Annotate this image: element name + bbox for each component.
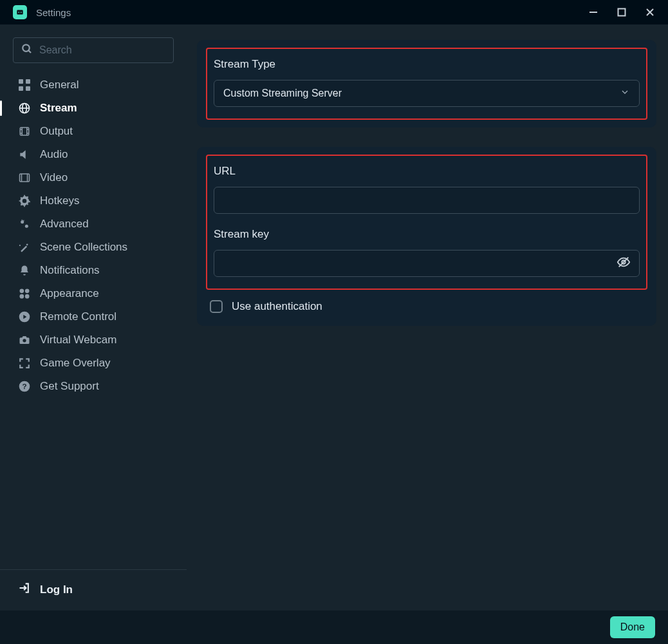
close-button[interactable]: [644, 6, 656, 19]
sidebar-item-advanced[interactable]: Advanced: [0, 213, 187, 236]
grid-icon: [18, 79, 31, 91]
gears-icon: [18, 218, 31, 231]
sidebar-item-label: Game Overlay: [40, 357, 111, 370]
stream-type-panel: Stream Type Custom Streaming Server: [197, 40, 656, 128]
sidebar-item-label: Video: [40, 171, 68, 184]
svg-rect-0: [17, 10, 23, 15]
titlebar: Settings: [0, 0, 668, 24]
sidebar-item-notifications[interactable]: Notifications: [0, 259, 187, 282]
video-icon: [18, 171, 31, 184]
sidebar-item-hotkeys[interactable]: Hotkeys: [0, 189, 187, 213]
sidebar-item-appearance[interactable]: Appearance: [0, 282, 187, 305]
svg-point-1: [18, 12, 19, 13]
sidebar-item-label: Scene Collections: [40, 241, 127, 254]
use-auth-checkbox[interactable]: [210, 300, 223, 313]
help-icon: ?: [18, 380, 31, 393]
use-auth-label: Use authentication: [232, 300, 322, 313]
sidebar-item-label: Remote Control: [40, 310, 116, 323]
film-icon: [18, 125, 31, 138]
search-icon: [21, 43, 33, 57]
maximize-button[interactable]: [615, 6, 628, 19]
sidebar-item-label: Output: [40, 125, 73, 138]
svg-point-2: [21, 12, 22, 13]
svg-rect-16: [20, 128, 29, 135]
globe-icon: [18, 102, 31, 115]
sidebar-item-label: General: [40, 79, 79, 91]
camera-icon: [18, 334, 31, 346]
svg-point-31: [25, 294, 30, 299]
sidebar-item-label: Stream: [40, 102, 77, 115]
svg-point-29: [25, 289, 30, 294]
play-circle-icon: [18, 310, 31, 323]
stream-key-input[interactable]: [214, 250, 640, 277]
highlight-box: Stream Type Custom Streaming Server: [206, 48, 647, 120]
stream-type-label: Stream Type: [214, 58, 640, 71]
svg-point-30: [20, 294, 24, 299]
stream-key-label: Stream key: [214, 228, 640, 241]
sidebar-item-stream[interactable]: Stream: [0, 97, 187, 120]
svg-point-28: [20, 289, 24, 294]
stream-server-panel: URL Stream key Use authentication: [197, 147, 656, 326]
sidebar-item-audio[interactable]: Audio: [0, 143, 187, 166]
wand-icon: [18, 241, 31, 254]
svg-rect-12: [26, 86, 30, 91]
minimize-button[interactable]: [587, 6, 600, 19]
done-button[interactable]: Done: [610, 616, 655, 638]
window-title: Settings: [36, 7, 587, 18]
sidebar-item-general[interactable]: General: [0, 73, 187, 97]
sidebar-item-video[interactable]: Video: [0, 166, 187, 189]
svg-point-27: [25, 225, 28, 228]
login-label: Log In: [40, 583, 73, 596]
login-button[interactable]: Log In: [0, 569, 187, 611]
svg-rect-11: [19, 86, 23, 91]
url-input[interactable]: [214, 187, 640, 214]
svg-text:?: ?: [22, 382, 26, 390]
sidebar-item-output[interactable]: Output: [0, 120, 187, 143]
eye-off-icon[interactable]: [617, 255, 631, 272]
stream-type-select[interactable]: Custom Streaming Server: [214, 80, 640, 107]
highlight-box: URL Stream key: [206, 155, 647, 290]
sidebar-item-label: Hotkeys: [40, 194, 79, 207]
sidebar-item-label: Virtual Webcam: [40, 334, 116, 346]
sidebar-item-remote-control[interactable]: Remote Control: [0, 305, 187, 328]
app-logo-icon: [13, 5, 27, 19]
sidebar-item-game-overlay[interactable]: Game Overlay: [0, 352, 187, 375]
bell-icon: [18, 264, 31, 277]
footer-bar: Done: [0, 611, 668, 644]
svg-point-34: [23, 339, 26, 342]
sidebar-item-get-support[interactable]: ? Get Support: [0, 375, 187, 398]
svg-rect-9: [19, 79, 23, 84]
url-label: URL: [214, 165, 640, 178]
svg-rect-4: [618, 9, 626, 16]
expand-icon: [18, 357, 31, 370]
use-auth-row[interactable]: Use authentication: [209, 296, 645, 314]
sidebar-item-label: Appearance: [40, 287, 99, 300]
stream-type-value: Custom Streaming Server: [223, 88, 342, 99]
svg-point-7: [23, 44, 30, 52]
gear-icon: [18, 194, 31, 207]
sidebar-item-scene-collections[interactable]: Scene Collections: [0, 236, 187, 259]
content-area: Stream Type Custom Streaming Server URL …: [187, 24, 668, 611]
sidebar-item-label: Advanced: [40, 218, 89, 231]
svg-line-8: [28, 50, 31, 53]
sidebar-item-virtual-webcam[interactable]: Virtual Webcam: [0, 328, 187, 352]
svg-rect-10: [26, 79, 30, 84]
palette-icon: [18, 287, 31, 300]
sidebar-item-label: Get Support: [40, 380, 99, 393]
window-controls: [587, 6, 656, 19]
volume-icon: [18, 148, 31, 161]
sidebar-item-label: Audio: [40, 148, 68, 161]
chevron-down-icon: [620, 87, 630, 100]
sidebar-item-label: Notifications: [40, 264, 100, 277]
login-icon: [18, 582, 31, 598]
sidebar: General Stream Output Audio Video Hotkey…: [0, 24, 187, 611]
search-input-wrap[interactable]: [13, 37, 174, 63]
search-input[interactable]: [39, 44, 168, 56]
